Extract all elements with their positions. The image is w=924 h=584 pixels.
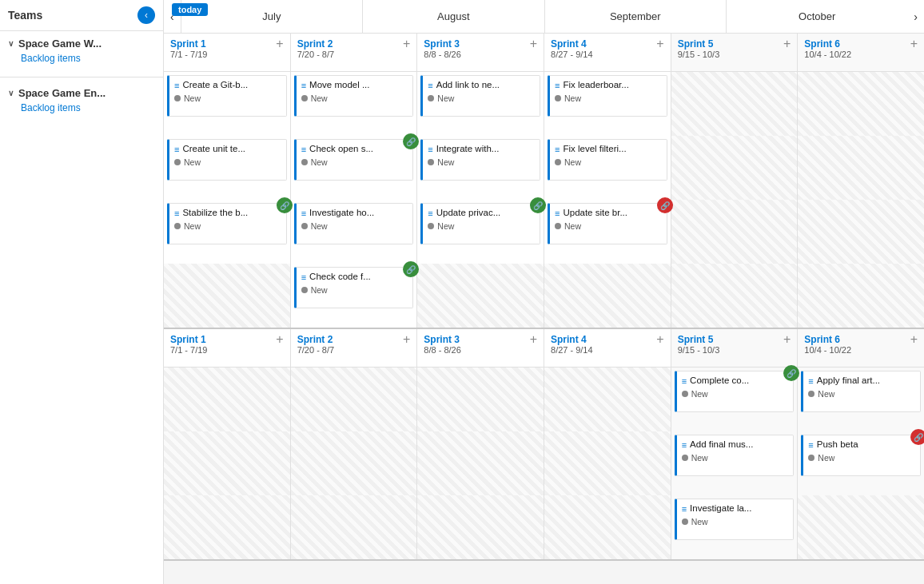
today-badge: today [172, 3, 208, 16]
team-1-sprint-headers: Sprint 1 + 7/1 - 7/19 Sprint 2 + 7/20 - … [164, 34, 924, 72]
month-october: October [726, 0, 907, 33]
card-integrate-status: New [428, 157, 535, 167]
team-1-cards-row-4: ≡ Check code f... New 🔗 [164, 264, 924, 328]
card-create-unit[interactable]: ≡ Create unit te... New [167, 139, 287, 181]
team1-r3-col4: ≡ Update site br... New 🔗 [544, 200, 671, 264]
sprint-1-dates: 7/1 - 7/19 [170, 50, 284, 59]
card-create-git[interactable]: ≡ Create a Git-b... New [167, 75, 287, 117]
sidebar-header: Teams ‹ [0, 0, 163, 31]
sprint-2-name: Sprint 2 [297, 38, 333, 50]
team1-r2-col6 [797, 136, 924, 200]
team2-sprint-6-dates: 10/4 - 10/22 [804, 345, 918, 355]
team2-r1-col3 [416, 367, 544, 431]
card-update-privacy-status: New [428, 221, 535, 231]
status-dot [808, 455, 814, 461]
scroll-area[interactable]: Sprint 1 + 7/1 - 7/19 Sprint 2 + 7/20 - … [164, 34, 924, 584]
link-badge-red-2: 🔗 [910, 429, 924, 445]
card-add-final-mus[interactable]: ≡ Add final mus... New [675, 435, 795, 476]
card-investigate-la[interactable]: ≡ Investigate la... New [675, 499, 795, 540]
sprint-6-name: Sprint 6 [804, 38, 840, 50]
card-stabilize[interactable]: ≡ Stabilize the b... New 🔗 [167, 203, 287, 244]
team2-sprint-6-add[interactable]: + [910, 332, 918, 347]
sprint-5-name: Sprint 5 [678, 38, 714, 50]
team2-sprint-4-add[interactable]: + [656, 332, 663, 347]
card-integrate[interactable]: ≡ Integrate with... New [420, 139, 540, 181]
status-dot [301, 95, 308, 101]
card-investigate-la-title: ≡ Investigate la... [682, 503, 789, 514]
card-check-code[interactable]: ≡ Check code f... New 🔗 [294, 267, 414, 308]
card-add-link[interactable]: ≡ Add link to ne... New [420, 75, 540, 117]
sprint-1-add-button[interactable]: + [276, 37, 283, 51]
team1-r3-col6 [797, 200, 924, 264]
card-complete-co[interactable]: ≡ Complete co... New 🔗 [675, 371, 795, 412]
sprint-5-add-button[interactable]: + [783, 37, 791, 51]
task-icon: ≡ [174, 81, 179, 90]
sidebar-team-2-backlog[interactable]: Backlog items [8, 102, 155, 113]
main-area: today ‹ July August September October › [164, 0, 924, 584]
team2-sprint-4-name: Sprint 4 [551, 334, 587, 345]
team2-sprint-2-add[interactable]: + [403, 332, 410, 347]
team-2-section: Sprint 1 + 7/1 - 7/19 Sprint 2 + 7/20 - … [164, 329, 924, 561]
link-badge-red: 🔗 [657, 197, 673, 213]
card-fix-level[interactable]: ≡ Fix level filteri... New [548, 139, 667, 181]
team-2-cards-row-3: ≡ Investigate la... New [164, 495, 924, 559]
status-dot [301, 223, 308, 229]
card-create-unit-title: ≡ Create unit te... [174, 144, 281, 154]
team2-sprint-3-name: Sprint 3 [424, 334, 460, 345]
team2-r3-col2 [290, 495, 417, 559]
sprint-4-dates: 8/27 - 9/14 [551, 50, 664, 59]
sprint-4-add-button[interactable]: + [656, 37, 663, 51]
card-add-link-title: ≡ Add link to ne... [428, 80, 535, 90]
task-icon: ≡ [555, 209, 560, 218]
team1-r2-col4: ≡ Fix level filteri... New [544, 136, 671, 200]
sprint-2-add-button[interactable]: + [403, 37, 410, 51]
card-apply-final-art[interactable]: ≡ Apply final art... New [801, 371, 921, 412]
card-investigate-ho[interactable]: ≡ Investigate ho... New [294, 203, 414, 244]
team2-r3-col1 [164, 495, 290, 559]
task-icon: ≡ [428, 145, 432, 154]
team2-r2-col2 [290, 431, 417, 495]
sidebar-team-1-backlog[interactable]: Backlog items [8, 53, 155, 64]
top-bar: today ‹ July August September October › [164, 0, 924, 34]
sidebar-team-1-name[interactable]: ∨ Space Game W... [8, 38, 155, 50]
sidebar-collapse-button[interactable]: ‹ [137, 6, 155, 24]
card-add-final-mus-status: New [682, 453, 789, 463]
task-icon: ≡ [808, 376, 813, 386]
status-dot [682, 518, 688, 525]
sprint-5-dates: 9/15 - 10/3 [678, 50, 791, 59]
sprint-6-add-button[interactable]: + [910, 37, 918, 51]
card-update-privacy[interactable]: ≡ Update privac... New 🔗 [420, 203, 540, 244]
sidebar-team-2-name[interactable]: ∨ Space Game En... [8, 87, 155, 99]
card-check-code-title: ≡ Check code f... [301, 272, 408, 282]
team2-r2-col5: ≡ Add final mus... New [671, 431, 798, 495]
team2-r3-col6 [797, 495, 924, 559]
team2-r2-col1 [164, 431, 290, 495]
card-move-model-status: New [301, 93, 408, 103]
team2-sprint-5-add[interactable]: + [783, 332, 791, 347]
sprint-3-name: Sprint 3 [424, 38, 460, 50]
team2-sprint-1-add[interactable]: + [276, 332, 283, 347]
card-check-open-status: New [301, 157, 408, 167]
nav-next-button[interactable]: › [907, 0, 924, 33]
card-push-beta[interactable]: ≡ Push beta New 🔗 [801, 435, 921, 476]
card-fix-leaderboard[interactable]: ≡ Fix leaderboar... New [548, 75, 667, 117]
team2-r3-col3 [416, 495, 544, 559]
card-update-site[interactable]: ≡ Update site br... New 🔗 [548, 203, 667, 244]
status-dot [301, 287, 308, 293]
card-complete-co-title: ≡ Complete co... [682, 375, 789, 386]
month-august: August [362, 0, 544, 33]
card-add-link-status: New [428, 93, 535, 103]
card-integrate-title: ≡ Integrate with... [428, 144, 535, 154]
card-move-model[interactable]: ≡ Move model ... New [294, 75, 414, 117]
team2-sprint-3-add[interactable]: + [530, 332, 537, 347]
card-update-site-title: ≡ Update site br... [555, 208, 662, 218]
team2-r1-col1 [164, 367, 290, 431]
task-icon: ≡ [682, 440, 687, 450]
status-dot [174, 223, 181, 229]
team-1-section: Sprint 1 + 7/1 - 7/19 Sprint 2 + 7/20 - … [164, 34, 924, 329]
sprint-3-add-button[interactable]: + [530, 37, 537, 51]
team1-r1-col4: ≡ Fix leaderboar... New [544, 72, 671, 136]
team2-sprint-5-dates: 9/15 - 10/3 [678, 345, 791, 355]
team1-r1-col1: ≡ Create a Git-b... New [164, 72, 290, 136]
card-check-open[interactable]: ≡ Check open s... New 🔗 [294, 139, 414, 181]
